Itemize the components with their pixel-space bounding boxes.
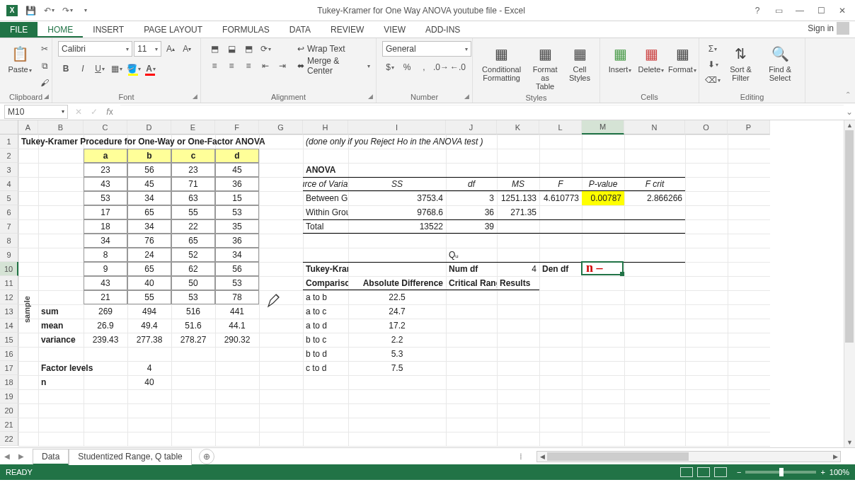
vscroll-thumb[interactable] (845, 130, 854, 343)
cell[interactable]: 516 (171, 304, 215, 319)
orientation-icon[interactable]: ⟳▾ (258, 41, 273, 57)
cell[interactable]: 0.00787 (582, 191, 624, 205)
ribbon-display-icon[interactable]: ▭ (770, 4, 787, 18)
cell[interactable]: Qᵤ (446, 248, 497, 262)
comma-icon[interactable]: , (416, 59, 432, 75)
scroll-right-icon[interactable]: ▶ (830, 452, 840, 462)
cell[interactable]: 51.6 (171, 319, 215, 333)
zoom-control[interactable]: − + 100% (737, 468, 849, 476)
cell[interactable]: 17 (84, 205, 127, 219)
spreadsheet-grid[interactable]: ABCDEFGHIJKLMNOP 12345678910111213141516… (0, 120, 855, 447)
cell[interactable]: d (215, 149, 259, 163)
cell[interactable]: 35 (215, 219, 259, 234)
cell[interactable]: 76 (127, 234, 171, 248)
cell[interactable]: 34 (127, 191, 171, 205)
cell-styles-button[interactable]: ▦Cell Styles (566, 41, 594, 84)
font-size-select[interactable]: 11▾ (134, 41, 161, 57)
row-header[interactable]: 6 (0, 205, 18, 219)
fill-color-icon[interactable]: 🪣▾ (126, 61, 142, 76)
column-header[interactable]: D (127, 120, 171, 134)
cell[interactable]: 2.866266 (624, 191, 685, 205)
align-bottom-icon[interactable]: ⬒ (241, 41, 256, 57)
cell[interactable]: a to c (303, 304, 348, 319)
cell[interactable]: 441 (215, 304, 259, 319)
cell[interactable]: 21 (84, 290, 127, 304)
cell[interactable]: 18 (84, 219, 127, 234)
cell[interactable]: 65 (127, 205, 171, 219)
decrease-font-icon[interactable]: A▾ (180, 41, 195, 57)
fill-icon[interactable]: ⬇▾ (705, 57, 721, 72)
cell[interactable]: 63 (171, 191, 215, 205)
align-center-icon[interactable]: ≡ (224, 58, 239, 74)
italic-icon[interactable]: I (75, 61, 91, 76)
cell[interactable]: 24 (127, 248, 171, 262)
row-header[interactable]: 11 (0, 276, 18, 290)
cell[interactable]: 8 (84, 248, 127, 262)
tab-page-layout[interactable]: PAGE LAYOUT (134, 22, 212, 38)
minimize-icon[interactable]: — (791, 4, 808, 18)
cell[interactable]: 22 (171, 219, 215, 234)
paste-button[interactable]: 📋 Paste▾ (6, 41, 34, 76)
cell[interactable]: 62 (171, 262, 215, 276)
cell[interactable]: 34 (215, 248, 259, 262)
row-header[interactable]: 4 (0, 177, 18, 191)
decrease-indent-icon[interactable]: ⇤ (258, 58, 273, 74)
cell[interactable]: 36 (215, 234, 259, 248)
enter-formula-icon[interactable]: ✓ (88, 107, 101, 117)
cell[interactable]: Source of Variation (303, 177, 348, 191)
align-middle-icon[interactable]: ⬓ (224, 41, 239, 57)
zoom-in-icon[interactable]: + (820, 468, 825, 476)
cell[interactable]: mean (38, 319, 84, 333)
alignment-dialog-icon[interactable]: ◢ (368, 93, 373, 100)
cell[interactable]: n (38, 375, 84, 389)
cell[interactable]: 13522 (348, 219, 446, 234)
row-header[interactable]: 9 (0, 248, 18, 262)
maximize-icon[interactable]: ☐ (813, 4, 830, 18)
tab-formulas[interactable]: FORMULAS (212, 22, 280, 38)
zoom-slider[interactable] (745, 471, 816, 474)
column-header[interactable]: C (84, 120, 127, 134)
hscroll-thumb[interactable] (547, 452, 689, 461)
cell[interactable]: 24.7 (348, 304, 446, 319)
row-header[interactable]: 14 (0, 319, 18, 333)
format-as-table-button[interactable]: ▦Format as Table (527, 41, 563, 92)
find-select-button[interactable]: 🔍Find & Select (761, 41, 799, 84)
cell[interactable]: sum (38, 304, 84, 319)
row-header[interactable]: 8 (0, 234, 18, 248)
format-painter-icon[interactable]: 🖌 (37, 75, 52, 91)
tab-data[interactable]: DATA (280, 22, 321, 38)
cell[interactable]: 71 (171, 177, 215, 191)
cell[interactable]: ANOVA (303, 163, 348, 177)
row-header[interactable]: 22 (0, 432, 18, 446)
vertical-scrollbar[interactable]: ▲ ▼ (844, 120, 855, 447)
cell[interactable]: a (84, 149, 127, 163)
cell[interactable]: 65 (171, 234, 215, 248)
align-left-icon[interactable]: ≡ (207, 58, 222, 74)
accounting-icon[interactable]: $▾ (382, 59, 398, 75)
scroll-up-icon[interactable]: ▲ (844, 120, 855, 130)
row-header[interactable]: 2 (0, 149, 18, 163)
clipboard-dialog-icon[interactable]: ◢ (44, 93, 49, 100)
row-header[interactable]: 13 (0, 304, 18, 319)
align-top-icon[interactable]: ⬒ (207, 41, 222, 57)
cell[interactable]: 53 (215, 276, 259, 290)
cancel-formula-icon[interactable]: ✕ (72, 107, 85, 117)
cell[interactable]: 36 (446, 205, 497, 219)
cell[interactable]: 56 (215, 262, 259, 276)
cell[interactable]: 52 (171, 248, 215, 262)
redo-icon[interactable]: ↷▾ (59, 3, 75, 18)
column-header[interactable]: F (215, 120, 259, 134)
align-right-icon[interactable]: ≡ (241, 58, 256, 74)
cell[interactable]: Absolute Difference (348, 276, 446, 290)
bold-icon[interactable]: B (58, 61, 74, 76)
cell[interactable]: 49.4 (127, 319, 171, 333)
scroll-left-icon[interactable]: ◀ (537, 452, 547, 462)
cell[interactable]: 39 (446, 219, 497, 234)
border-icon[interactable]: ▦▾ (109, 61, 125, 76)
cell[interactable]: 23 (171, 163, 215, 177)
cell[interactable]: b to c (303, 333, 348, 347)
cell[interactable]: 3753.4 (348, 191, 446, 205)
close-icon[interactable]: ✕ (834, 4, 851, 18)
zoom-out-icon[interactable]: − (737, 468, 741, 476)
cell[interactable]: (done only if you Reject Ho in the ANOVA… (303, 134, 582, 149)
